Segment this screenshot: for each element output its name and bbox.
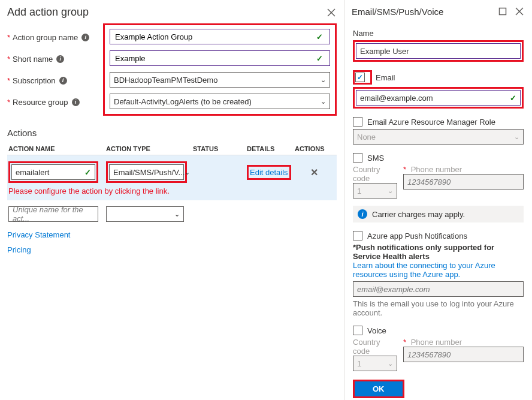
check-icon: ✓: [316, 54, 323, 63]
label-action-group-name: Action group namei: [13, 33, 102, 42]
label-short-name: Short namei: [13, 55, 102, 64]
remove-action-icon[interactable]: ✕: [310, 167, 318, 178]
country-code-label: Country code: [353, 165, 397, 183]
action-name-input[interactable]: emailalert✓: [11, 164, 95, 180]
resource-group-select[interactable]: Default-ActivityLogAlerts (to be created…: [110, 94, 330, 109]
chevron-down-icon: ⌄: [514, 133, 519, 141]
push-checkbox[interactable]: [353, 231, 362, 240]
name-label: Name: [353, 29, 524, 38]
ok-button[interactable]: OK: [355, 381, 403, 396]
push-learn-link[interactable]: Learn about the connecting to your Azure…: [353, 261, 524, 279]
action-row-empty: Unique name for the act... ⌄: [7, 200, 337, 224]
info-icon: i: [358, 209, 367, 219]
phone-label: * Phone number: [403, 165, 524, 174]
action-type-select-empty[interactable]: ⌄: [106, 206, 184, 222]
chevron-down-icon: ⌄: [321, 76, 326, 84]
voice-phone-label: * Phone number: [403, 338, 524, 347]
sms-label: SMS: [367, 154, 384, 163]
right-panel-title: Email/SMS/Push/Voice: [352, 7, 443, 17]
voice-phone-input[interactable]: 1234567890: [403, 347, 524, 362]
chevron-down-icon: ⌄: [174, 210, 180, 218]
arm-role-checkbox[interactable]: [353, 117, 362, 127]
email-sms-push-voice-panel: Email/SMS/Push/Voice Name Example User E…: [344, 0, 532, 400]
svg-rect-2: [500, 8, 506, 15]
col-action-name: Action Name: [7, 145, 106, 152]
arm-role-select[interactable]: None⌄: [353, 129, 524, 145]
label-subscription: Subscriptioni: [13, 76, 102, 85]
info-icon[interactable]: i: [81, 34, 89, 41]
notification-name-input[interactable]: Example User: [356, 43, 521, 59]
col-details: Details: [247, 145, 295, 152]
maximize-icon[interactable]: [497, 6, 508, 17]
sms-country-code-select[interactable]: 1⌄: [353, 183, 397, 199]
short-name-input[interactable]: ✓: [110, 50, 330, 66]
info-icon[interactable]: i: [56, 55, 64, 63]
email-input[interactable]: email@example.com✓: [356, 90, 521, 106]
close-icon[interactable]: [326, 7, 337, 18]
sms-phone-input[interactable]: 1234567890: [403, 174, 524, 190]
actions-table-header: Action Name Action Type Status Details A…: [7, 143, 337, 155]
action-row: emailalert✓ Email/SMS/Push/V...⌄ Edit de…: [7, 155, 337, 185]
action-group-name-input[interactable]: ✓: [110, 29, 330, 44]
push-label: Azure app Push Notifications: [367, 231, 467, 240]
add-action-group-panel: Add action group *Action group namei *Sh…: [0, 0, 344, 400]
voice-checkbox[interactable]: [353, 326, 362, 335]
chevron-down-icon: ⌄: [185, 169, 190, 176]
carrier-info-bar: i Carrier charges may apply.: [353, 206, 524, 222]
email-checkbox[interactable]: [355, 73, 365, 82]
label-resource-group: Resource groupi: [13, 98, 102, 107]
check-icon: ✓: [316, 32, 323, 41]
actions-heading: Actions: [7, 128, 337, 138]
privacy-link[interactable]: Privacy Statement: [7, 230, 71, 239]
col-action-type: Action Type: [106, 145, 193, 152]
info-icon[interactable]: i: [72, 98, 80, 106]
subscription-select[interactable]: BDHadoopTeamPMTestDemo⌄: [110, 72, 330, 88]
sms-checkbox[interactable]: [353, 153, 362, 163]
push-email-input[interactable]: email@example.com: [353, 281, 524, 297]
action-name-input-empty[interactable]: Unique name for the act...: [8, 206, 98, 222]
email-checkbox-label: Email: [376, 73, 395, 82]
check-icon: ✓: [510, 94, 516, 103]
action-error-text: Please configure the action by clicking …: [7, 185, 337, 200]
voice-country-code-label: Country code: [353, 338, 397, 356]
chevron-down-icon: ⌄: [321, 98, 326, 106]
voice-country-code-select[interactable]: 1⌄: [353, 356, 397, 371]
chevron-down-icon: ⌄: [388, 187, 393, 195]
arm-role-label: Email Azure Resource Manager Role: [367, 118, 495, 127]
edit-details-link[interactable]: Edit details: [250, 168, 288, 177]
push-bold-note: *Push notifications only supported for S…: [353, 243, 524, 261]
push-help-text: This is the email you use to log into yo…: [353, 299, 524, 317]
check-icon: ✓: [84, 168, 91, 177]
col-actions: Actions: [295, 145, 334, 152]
chevron-down-icon: ⌄: [388, 360, 393, 368]
info-icon[interactable]: i: [59, 77, 67, 85]
action-type-select[interactable]: Email/SMS/Push/V...⌄: [109, 164, 184, 180]
pricing-link[interactable]: Pricing: [7, 245, 31, 254]
close-icon[interactable]: [514, 6, 525, 17]
panel-title: Add action group: [7, 6, 89, 19]
voice-label: Voice: [367, 326, 386, 335]
col-status: Status: [193, 145, 247, 152]
